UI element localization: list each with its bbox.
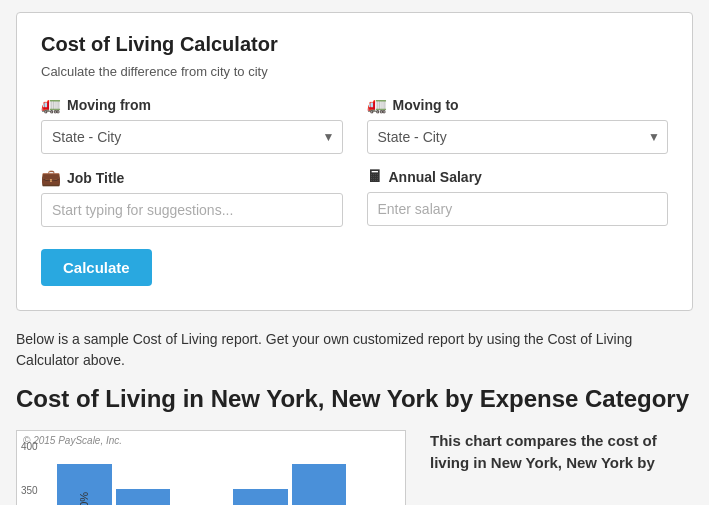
calculator-card: Cost of Living Calculator Calculate the … <box>16 12 693 311</box>
annual-salary-group: 🖩 Annual Salary <box>367 168 669 227</box>
moving-to-icon: 🚛 <box>367 95 387 114</box>
below-text: Below is a sample Cost of Living report.… <box>16 329 693 371</box>
annual-salary-icon: 🖩 <box>367 168 383 186</box>
moving-from-select-wrapper: State - City ▼ <box>41 120 343 154</box>
y-label-400: 400 <box>21 441 38 452</box>
moving-to-select-wrapper: State - City ▼ <box>367 120 669 154</box>
chart-bar-1: 130% <box>57 464 112 505</box>
moving-from-label: 🚛 Moving from <box>41 95 343 114</box>
chart-overlay-text: 130% <box>78 492 90 505</box>
chart-container: © 2015 PayScale, Inc. 400 350 300 130% <box>16 430 406 505</box>
job-title-icon: 💼 <box>41 168 61 187</box>
job-title-label: 💼 Job Title <box>41 168 343 187</box>
chart-desc-title: This chart compares the cost of living i… <box>430 430 693 475</box>
card-subtitle: Calculate the difference from city to ci… <box>41 64 668 79</box>
job-salary-row: 💼 Job Title 🖩 Annual Salary <box>41 168 668 227</box>
moving-from-icon: 🚛 <box>41 95 61 114</box>
moving-from-select[interactable]: State - City <box>41 120 343 154</box>
chart-bar-4 <box>233 489 288 505</box>
moving-to-select[interactable]: State - City <box>367 120 669 154</box>
job-title-input[interactable] <box>41 193 343 227</box>
chart-bar-2 <box>116 489 171 505</box>
moving-from-group: 🚛 Moving from State - City ▼ <box>41 95 343 154</box>
chart-bar-5 <box>292 464 347 505</box>
moving-to-label: 🚛 Moving to <box>367 95 669 114</box>
annual-salary-input[interactable] <box>367 192 669 226</box>
chart-bars-area: 130% <box>57 441 405 505</box>
chart-section: © 2015 PayScale, Inc. 400 350 300 130% T… <box>16 430 693 505</box>
report-title: Cost of Living in New York, New York by … <box>16 385 693 414</box>
chart-y-labels: 400 350 300 <box>21 441 38 505</box>
chart-description: This chart compares the cost of living i… <box>430 430 693 479</box>
card-title: Cost of Living Calculator <box>41 33 668 56</box>
job-title-group: 💼 Job Title <box>41 168 343 227</box>
calculate-button[interactable]: Calculate <box>41 249 152 286</box>
location-row: 🚛 Moving from State - City ▼ 🚛 Moving to <box>41 95 668 154</box>
annual-salary-label: 🖩 Annual Salary <box>367 168 669 186</box>
moving-to-group: 🚛 Moving to State - City ▼ <box>367 95 669 154</box>
y-label-350: 350 <box>21 485 38 496</box>
